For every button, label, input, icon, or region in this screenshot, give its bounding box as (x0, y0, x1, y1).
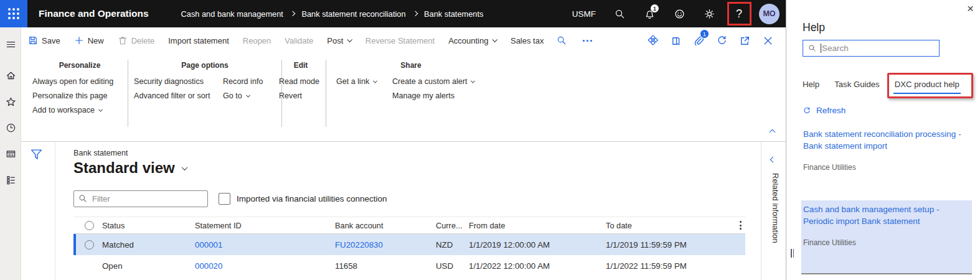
notifications-button[interactable]: 1 (634, 0, 664, 27)
entity-label: Bank statement (73, 149, 128, 157)
expand-related-pane-button[interactable] (771, 153, 777, 164)
filter-pane-strip (21, 142, 55, 280)
help-article-title[interactable]: Bank statement reconciliation processing… (803, 128, 967, 152)
row-select-radio[interactable] (85, 240, 94, 250)
dynamics-workspace-button[interactable] (641, 28, 664, 53)
reopen-button[interactable]: Reopen (236, 36, 278, 45)
refresh-icon (803, 106, 811, 115)
validate-button[interactable]: Validate (278, 36, 320, 45)
notification-badge: 1 (651, 4, 659, 12)
open-in-new-window-button[interactable] (733, 28, 756, 53)
related-information-pane[interactable]: Related information (761, 142, 786, 280)
company-switch-button[interactable] (664, 28, 687, 53)
company-selector[interactable]: USMF (572, 9, 596, 19)
delete-button[interactable]: Delete (111, 35, 162, 45)
recent-nav-button[interactable] (0, 116, 21, 139)
grid-filter-input[interactable] (73, 190, 208, 207)
actionbar-right-icons: 1 (641, 28, 786, 53)
go-to-dropdown[interactable]: Go to (223, 91, 263, 100)
advanced-filter-or-sort-button[interactable]: Advanced filter or sort (134, 91, 213, 100)
select-all-radio[interactable] (85, 221, 94, 230)
get-a-link-dropdown[interactable]: Get a link (336, 77, 381, 86)
column-header-status[interactable]: Status (102, 221, 195, 230)
reverse-statement-button[interactable]: Reverse Statement (359, 36, 441, 45)
always-open-for-editing-button[interactable]: Always open for editing (32, 77, 113, 86)
tab-help[interactable]: Help (803, 80, 819, 89)
help-refresh-button[interactable]: Refresh (803, 106, 846, 115)
post-dropdown-button[interactable]: Post (320, 36, 359, 45)
app-window: Finance and Operations Cash and bank man… (0, 0, 980, 280)
to-date-cell: 1/1/2022 11:59:59 PM (606, 261, 727, 271)
bank-statements-table: Status Statement ID Bank account Curre..… (73, 217, 745, 276)
tab-task-guides[interactable]: Task Guides (834, 80, 880, 89)
search-button[interactable] (605, 0, 634, 27)
chevron-right-icon (412, 11, 417, 16)
workspaces-nav-button[interactable] (0, 142, 21, 166)
breadcrumb-item[interactable]: Bank statements (424, 9, 483, 19)
save-button[interactable]: Save (21, 35, 67, 45)
app-title[interactable]: Finance and Operations (39, 8, 149, 19)
help-article[interactable]: Cash and bank management setup - Periodi… (801, 200, 972, 274)
column-header-to-date[interactable]: To date (606, 221, 727, 230)
sales-tax-button[interactable]: Sales tax (504, 36, 550, 45)
table-row[interactable]: Matched 000001 FU20220830 NZD 1/1/2019 1… (73, 234, 745, 255)
new-button[interactable]: New (67, 35, 111, 45)
actionbar-search-button[interactable] (552, 35, 572, 45)
avatar[interactable]: MO (759, 4, 780, 24)
save-icon (28, 35, 38, 45)
favorites-nav-button[interactable] (0, 90, 21, 113)
help-search-input[interactable]: Search (803, 40, 940, 57)
chevron-up-icon (770, 129, 776, 136)
panel-resize-handle[interactable] (791, 249, 794, 258)
breadcrumb-item[interactable]: Cash and bank management (181, 9, 283, 19)
ribbon-group-page-options: Page options Security diagnostics Advanc… (134, 61, 276, 100)
import-statement-button[interactable]: Import statement (161, 36, 236, 45)
add-to-workspace-dropdown[interactable]: Add to workspace (32, 106, 113, 114)
chevron-left-icon (770, 157, 776, 163)
revert-button[interactable]: Revert (279, 91, 319, 100)
home-nav-button[interactable] (0, 63, 21, 87)
grid-filter-field[interactable] (73, 190, 208, 207)
column-header-from-date[interactable]: From date (469, 221, 606, 230)
bank-account-link[interactable]: FU20220830 (335, 240, 436, 250)
settings-button[interactable] (694, 0, 724, 27)
help-article-title[interactable]: Cash and bank management setup - Periodi… (803, 203, 967, 227)
help-article[interactable]: Bank statement reconciliation processing… (801, 125, 972, 200)
statement-id-link[interactable]: 000020 (195, 261, 335, 271)
attachments-button[interactable]: 1 (687, 28, 710, 53)
statement-id-link[interactable]: 000001 (195, 240, 335, 250)
smiley-icon (674, 9, 685, 19)
view-title-dropdown[interactable]: Standard view (73, 159, 187, 177)
filter-pane-button[interactable] (30, 148, 55, 161)
hamburger-icon (6, 39, 16, 50)
column-header-bank-account[interactable]: Bank account (335, 221, 436, 230)
manage-my-alerts-button[interactable]: Manage my alerts (392, 91, 474, 100)
read-mode-button[interactable]: Read mode (279, 77, 319, 86)
currency-cell: NZD (436, 240, 469, 250)
close-help-icon[interactable]: × (967, 2, 974, 14)
action-bar: Save New Delete Import statement Reopen … (21, 27, 786, 54)
create-custom-alert-dropdown[interactable]: Create a custom alert (392, 77, 474, 86)
selected-row-indicator (73, 234, 76, 255)
close-page-button[interactable] (756, 28, 780, 53)
collapse-ribbon-button[interactable] (770, 128, 775, 136)
feedback-button[interactable] (664, 0, 694, 27)
column-options-kebab[interactable] (740, 221, 742, 230)
column-header-currency[interactable]: Curre... (436, 221, 469, 230)
tab-dxc-product-help[interactable]: DXC product help (895, 80, 959, 89)
more-options-button[interactable] (577, 40, 598, 42)
table-row[interactable]: Open 000020 11658 USD 1/1/2022 12:00:00 … (73, 255, 745, 276)
help-button[interactable]: ? (724, 0, 754, 27)
modules-nav-button[interactable] (0, 168, 21, 192)
breadcrumb-item[interactable]: Bank statement reconciliation (301, 9, 405, 19)
app-launcher-button[interactable] (0, 0, 27, 27)
imported-via-fu-checkbox[interactable] (219, 193, 230, 205)
refresh-button[interactable] (710, 28, 733, 53)
personalize-this-page-button[interactable]: Personalize this page (32, 91, 113, 100)
expand-menu-button[interactable] (0, 32, 21, 56)
security-diagnostics-button[interactable]: Security diagnostics (134, 77, 213, 86)
column-header-statement-id[interactable]: Statement ID (195, 221, 335, 230)
accounting-dropdown-button[interactable]: Accounting (441, 36, 504, 45)
search-icon (78, 194, 87, 203)
record-info-button[interactable]: Record info (223, 77, 263, 86)
